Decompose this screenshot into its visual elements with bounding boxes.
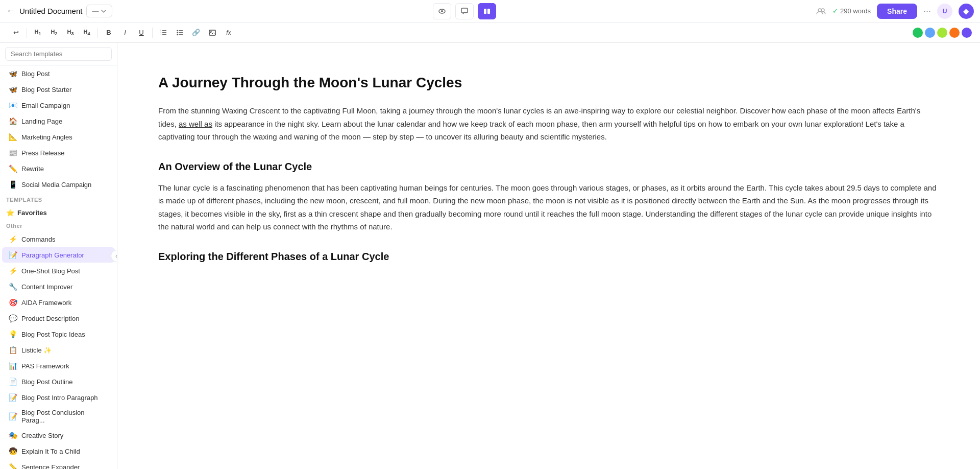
color-dot-4[interactable] [949, 28, 960, 38]
svg-point-14 [177, 32, 178, 33]
ordered-list-button[interactable]: 123 [156, 26, 171, 40]
sidebar-item-listicle[interactable]: 📋 Listicle ✨ [2, 342, 115, 358]
sidebar-item-blog-post-outline[interactable]: 📄 Blog Post Outline [2, 374, 115, 389]
more-options-button[interactable]: ··· [923, 6, 931, 16]
document-heading-2: An Overview of the Lunar Cycle [158, 160, 939, 173]
color-dot-2[interactable] [925, 28, 935, 38]
sidebar-item-blog-post-intro-paragraph[interactable]: 📝 Blog Post Intro Paragraph [2, 390, 115, 405]
document-heading-3: Exploring the Different Phases of a Luna… [158, 250, 939, 263]
user-avatar-2: ◆ [959, 4, 974, 19]
split-view-button[interactable] [478, 3, 496, 19]
image-button[interactable] [205, 26, 220, 40]
sidebar: 🦋 Blog Post 🦋 Blog Post Starter 📧 Email … [0, 43, 117, 469]
email-campaign-icon: 📧 [8, 101, 17, 110]
sidebar-item-blog-post-topic-ideas[interactable]: 💡 Blog Post Topic Ideas [2, 326, 115, 342]
svg-text:3: 3 [160, 34, 161, 36]
color-dot-1[interactable] [913, 28, 923, 38]
other-section-label: Other [0, 219, 117, 231]
main-layout: 🦋 Blog Post 🦋 Blog Post Starter 📧 Email … [0, 43, 980, 469]
editor-paragraph-1: From the stunning Waxing Crescent to the… [158, 104, 939, 144]
document-title: Untitled Document [19, 7, 82, 15]
sidebar-item-content-improver[interactable]: 🔧 Content Improver [2, 279, 115, 294]
sidebar-item-blog-post-starter[interactable]: 🦋 Blog Post Starter [2, 82, 115, 97]
ordered-list-icon: 123 [160, 29, 167, 36]
document-heading-1: A Journey Through the Moon's Lunar Cycle… [158, 74, 939, 92]
social-media-campaign-icon: 📱 [8, 180, 17, 189]
italic-button[interactable]: I [117, 26, 133, 40]
pas-framework-icon: 📊 [8, 361, 17, 370]
comment-icon [460, 7, 469, 15]
sidebar-item-aida-framework[interactable]: 🎯 AIDA Framework [2, 295, 115, 310]
blog-post-outline-icon: 📄 [8, 377, 17, 386]
sidebar-item-email-campaign[interactable]: 📧 Email Campaign [2, 98, 115, 113]
topbar-left: ← Untitled Document — [6, 5, 112, 17]
sidebar-item-paragraph-generator[interactable]: 📝 Paragraph Generator [2, 247, 115, 263]
sidebar-item-social-media-campaign[interactable]: 📱 Social Media Campaign [2, 177, 115, 192]
blog-post-topic-ideas-icon: 💡 [8, 330, 17, 339]
svg-point-1 [441, 10, 443, 12]
search-input[interactable] [5, 47, 112, 61]
svg-point-13 [177, 30, 178, 31]
sidebar-item-landing-page[interactable]: 🏠 Landing Page [2, 113, 115, 129]
sentence-expander-icon: 📏 [8, 462, 17, 469]
formula-button[interactable]: fx [221, 26, 236, 40]
sidebar-item-blog-post[interactable]: 🦋 Blog Post [2, 66, 115, 81]
toolbar: ↩ H1 H2 H3 H4 B I U 123 🔗 fx [0, 22, 980, 43]
svg-point-5 [818, 9, 821, 12]
back-button[interactable]: ← [6, 6, 15, 16]
comment-button[interactable] [455, 3, 474, 19]
bold-button[interactable]: B [101, 26, 116, 40]
h2-button[interactable]: H2 [46, 26, 62, 40]
blog-post-intro-icon: 📝 [8, 393, 17, 402]
h3-button[interactable]: H3 [63, 26, 78, 40]
svg-point-15 [177, 34, 178, 35]
toolbar-separator-2 [97, 28, 98, 38]
h4-button[interactable]: H4 [79, 26, 94, 40]
eye-icon [438, 7, 446, 15]
sidebar-item-rewrite[interactable]: ✏️ Rewrite [2, 161, 115, 176]
marketing-angles-icon: 📐 [8, 132, 17, 142]
sidebar-item-press-release[interactable]: 📰 Press Release [2, 145, 115, 160]
sidebar-item-sentence-expander[interactable]: 📏 Sentence Expander [2, 459, 115, 469]
users-icon [816, 7, 826, 15]
toolbar-separator-3 [152, 28, 153, 38]
editor-paragraph-2: The lunar cycle is a fascinating phenome… [158, 181, 939, 233]
undo-button[interactable]: ↩ [8, 26, 23, 40]
word-count: ✓ 290 words [832, 7, 871, 15]
creative-story-icon: 🎭 [8, 431, 17, 440]
editor-area: A Journey Through the Moon's Lunar Cycle… [117, 43, 980, 469]
sidebar-item-blog-post-conclusion[interactable]: 📝 Blog Post Conclusion Parag... [2, 406, 115, 427]
image-icon [209, 29, 216, 36]
sidebar-item-one-shot-blog-post[interactable]: ⚡ One-Shot Blog Post [2, 263, 115, 278]
preview-button[interactable] [433, 3, 451, 19]
sidebar-item-pas-framework[interactable]: 📊 PAS Framework [2, 358, 115, 373]
sidebar-item-explain-it-to-a-child[interactable]: 🧒 Explain It To a Child [2, 443, 115, 459]
svg-rect-3 [484, 9, 486, 14]
topbar-right: ✓ 290 words Share ··· U ◆ [816, 4, 974, 19]
h1-button[interactable]: H1 [30, 26, 45, 40]
unordered-list-button[interactable] [172, 26, 187, 40]
svg-rect-4 [487, 9, 490, 14]
unordered-list-icon [176, 29, 183, 36]
sidebar-item-commands[interactable]: ⚡ Commands [2, 231, 115, 247]
blog-post-conclusion-icon: 📝 [8, 412, 17, 421]
templates-section-label: TEMPLATES [0, 193, 117, 205]
doc-dropdown-button[interactable]: — [86, 5, 112, 17]
collaborators-icon [816, 7, 826, 15]
search-box [0, 43, 117, 65]
color-dot-5[interactable] [962, 28, 972, 38]
star-icon: ⭐ [6, 209, 14, 217]
toolbar-separator-1 [27, 28, 27, 38]
color-dot-3[interactable] [937, 28, 947, 38]
sidebar-item-marketing-angles[interactable]: 📐 Marketing Angles [2, 129, 115, 145]
sidebar-item-creative-story[interactable]: 🎭 Creative Story [2, 428, 115, 443]
chevron-down-icon [101, 8, 107, 14]
share-button[interactable]: Share [877, 4, 917, 19]
toolbar-right-icons [913, 28, 972, 38]
link-button[interactable]: 🔗 [188, 26, 204, 40]
sidebar-item-product-description[interactable]: 💬 Product Description [2, 311, 115, 326]
underline-button[interactable]: U [134, 26, 149, 40]
svg-rect-2 [461, 8, 468, 13]
split-view-icon [483, 7, 491, 15]
user-avatar: U [937, 4, 952, 19]
